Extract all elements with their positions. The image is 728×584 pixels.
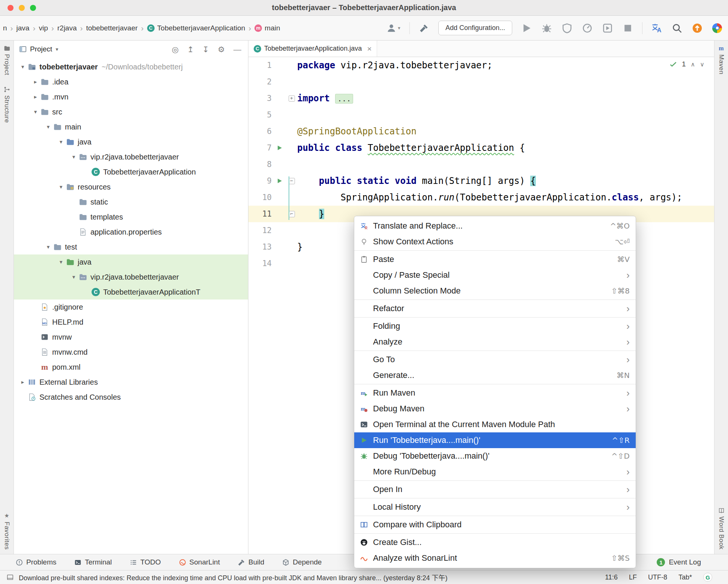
code-line-1[interactable]: 1package vip.r2java.tobebetterjavaer; bbox=[248, 57, 714, 74]
breadcrumb-item-vip[interactable]: vip bbox=[39, 24, 48, 32]
update-icon[interactable] bbox=[692, 23, 702, 33]
close-tab-icon[interactable]: × bbox=[367, 44, 372, 53]
menu-item-open-terminal-at-the-current-maven-module-path[interactable]: Open Terminal at the Current Maven Modul… bbox=[354, 417, 636, 432]
tree-item-mvn[interactable]: ▸.mvn bbox=[14, 89, 248, 104]
breadcrumb-item-main[interactable]: mmain bbox=[254, 24, 280, 32]
indent-widget[interactable]: Tab* bbox=[678, 573, 692, 581]
tool-window-button-terminal[interactable]: Terminal bbox=[74, 558, 112, 566]
run-with-coverage-button[interactable] bbox=[602, 23, 613, 33]
tree-item-tobebetterjavaerapplication[interactable]: CTobebetterjavaerApplication bbox=[14, 164, 248, 179]
tree-item-gitignore[interactable]: .gitignore bbox=[14, 300, 248, 315]
tree-item-main[interactable]: ▾main bbox=[14, 119, 248, 134]
menu-item-create-gist[interactable]: Create Gist... bbox=[354, 534, 636, 550]
event-log-button[interactable]: 1 Event Log bbox=[657, 558, 701, 566]
tree-item-src[interactable]: ▾src bbox=[14, 104, 248, 119]
chevron-down-icon[interactable]: ▾ bbox=[69, 154, 79, 160]
menu-item-column-selection-mode[interactable]: Column Selection Mode⇧⌘8 bbox=[354, 283, 636, 299]
tree-item-help-md[interactable]: MDHELP.md bbox=[14, 315, 248, 330]
menu-item-debug-maven[interactable]: mDebug Maven› bbox=[354, 401, 636, 417]
tree-item-java[interactable]: ▾java bbox=[14, 254, 248, 269]
chevron-right-icon[interactable]: ▸ bbox=[30, 78, 41, 85]
debug-button[interactable] bbox=[541, 23, 552, 33]
run-button[interactable] bbox=[521, 23, 532, 33]
chevron-down-icon[interactable]: ▾ bbox=[56, 184, 66, 190]
chevron-down-icon[interactable]: ▾ bbox=[56, 259, 66, 265]
chevron-down-icon[interactable]: ▾ bbox=[43, 244, 53, 250]
chevron-down-icon[interactable]: ▾ bbox=[56, 138, 66, 145]
build-hammer-icon[interactable] bbox=[419, 23, 429, 33]
menu-item-translate-and-replace[interactable]: RTranslate and Replace...^⌘O bbox=[354, 218, 636, 234]
code-line-3[interactable]: 3+import ... bbox=[248, 90, 714, 107]
tree-item-idea[interactable]: ▸.idea bbox=[14, 74, 248, 89]
zoom-window-button[interactable] bbox=[30, 5, 36, 11]
fold-collapse-icon[interactable]: − bbox=[289, 178, 295, 184]
tree-item-test[interactable]: ▾test bbox=[14, 239, 248, 254]
status-message[interactable]: Download pre-built shared indexes: Reduc… bbox=[19, 572, 600, 582]
tree-item-tobebetterjavaer[interactable]: ▾tobebetterjavaer~/Downloads/tobebetterj bbox=[14, 59, 248, 74]
stop-button[interactable] bbox=[623, 23, 633, 33]
menu-item-local-history[interactable]: Local History› bbox=[354, 499, 636, 515]
tree-item-vip-r2java-tobebetterjavaer[interactable]: ▾vip.r2java.tobebetterjavaer bbox=[14, 149, 248, 164]
code-line-2[interactable]: 2 bbox=[248, 74, 714, 90]
menu-item-compare-with-clipboard[interactable]: Compare with Clipboard bbox=[354, 517, 636, 533]
code-line-8[interactable]: 8 bbox=[248, 156, 714, 173]
menu-item-refactor[interactable]: Refactor› bbox=[354, 301, 636, 316]
tree-item-resources[interactable]: ▾resources bbox=[14, 179, 248, 194]
tree-item-mvnw[interactable]: mvnw bbox=[14, 330, 248, 345]
tree-item-vip-r2java-tobebetterjavaer[interactable]: ▾vip.r2java.tobebetterjavaer bbox=[14, 269, 248, 284]
menu-item-paste[interactable]: Paste⌘V bbox=[354, 251, 636, 267]
user-account-button[interactable]: ▾ bbox=[386, 23, 400, 33]
menu-item-run-maven[interactable]: mRun Maven› bbox=[354, 385, 636, 401]
search-icon[interactable] bbox=[672, 23, 682, 33]
menu-item-more-run-debug[interactable]: More Run/Debug› bbox=[354, 464, 636, 480]
tool-window-button-favorites[interactable]: ★Favorites bbox=[3, 512, 11, 549]
chevron-right-icon[interactable]: ▸ bbox=[18, 379, 28, 385]
close-window-button[interactable] bbox=[8, 5, 14, 11]
tool-window-button-maven[interactable]: mMaven bbox=[717, 45, 725, 75]
breadcrumb-item-java[interactable]: java bbox=[17, 24, 30, 32]
breadcrumb-item-n[interactable]: n bbox=[3, 24, 7, 32]
run-line-icon[interactable] bbox=[277, 178, 283, 184]
expand-all-icon[interactable]: ↥ bbox=[187, 45, 194, 53]
tool-window-button-problems[interactable]: Problems bbox=[16, 558, 56, 566]
menu-item-show-context-actions[interactable]: Show Context Actions⌥⏎ bbox=[354, 234, 636, 250]
browser-icon[interactable] bbox=[712, 23, 722, 33]
tree-item-application-properties[interactable]: application.properties bbox=[14, 224, 248, 239]
project-panel-title[interactable]: Project bbox=[30, 45, 52, 53]
menu-item-folding[interactable]: Folding› bbox=[354, 318, 636, 334]
tool-window-button-depende[interactable]: Depende bbox=[282, 558, 322, 566]
code-line-6[interactable]: 6@SpringBootApplication bbox=[248, 123, 714, 140]
line-separator-widget[interactable]: LF bbox=[629, 573, 637, 581]
next-problem-icon[interactable]: ∨ bbox=[700, 61, 704, 68]
tool-window-button-sonarlint[interactable]: SonarLint bbox=[179, 558, 220, 566]
hide-icon[interactable]: — bbox=[233, 45, 241, 53]
editor-tab[interactable]: C TobebetterjavaerApplication.java × bbox=[248, 41, 377, 57]
menu-item-go-to[interactable]: Go To› bbox=[354, 352, 636, 367]
tree-item-java[interactable]: ▾java bbox=[14, 134, 248, 149]
chevron-down-icon[interactable]: ▾ bbox=[69, 274, 79, 280]
breadcrumb-item-r2java[interactable]: r2java bbox=[57, 24, 77, 32]
code-line-10[interactable]: 10 SpringApplication.run(Tobebetterjavae… bbox=[248, 189, 714, 206]
tool-window-button-build[interactable]: Build bbox=[238, 558, 264, 566]
fold-expand-icon[interactable]: + bbox=[289, 95, 295, 102]
menu-item-run-tobebetterjava-main[interactable]: Run 'Tobebetterjava....main()'^⇧R bbox=[354, 432, 636, 448]
tool-window-button-todo[interactable]: TODO bbox=[130, 558, 161, 566]
encoding-widget[interactable]: UTF-8 bbox=[648, 573, 667, 581]
tool-window-button-project[interactable]: Project bbox=[3, 45, 11, 75]
menu-item-copy-paste-special[interactable]: Copy / Paste Special› bbox=[354, 267, 636, 283]
tree-item-mvnw-cmd[interactable]: mvnw.cmd bbox=[14, 345, 248, 360]
coverage-button[interactable] bbox=[562, 23, 572, 33]
locate-icon[interactable]: ◎ bbox=[172, 45, 179, 53]
tree-item-templates[interactable]: templates bbox=[14, 209, 248, 224]
tool-window-button-structure[interactable]: Structure bbox=[3, 86, 11, 123]
tree-item-pom-xml[interactable]: mpom.xml bbox=[14, 360, 248, 375]
run-line-icon[interactable] bbox=[277, 145, 283, 151]
code-line-5[interactable]: 5 bbox=[248, 107, 714, 123]
code-line-9[interactable]: 9− public static void main(String[] args… bbox=[248, 173, 714, 189]
code-line-7[interactable]: 7public class TobebetterjavaerApplicatio… bbox=[248, 140, 714, 156]
collapse-all-icon[interactable]: ↧ bbox=[203, 45, 209, 53]
menu-item-debug-tobebetterjava-main[interactable]: Debug 'Tobebetterjava....main()'^⇧D bbox=[354, 448, 636, 464]
breadcrumb-item-tobebetterjavaer[interactable]: tobebetterjavaer bbox=[86, 24, 137, 32]
fold-end-icon[interactable]: ⌐ bbox=[289, 211, 295, 217]
tree-item-scratches-and-consoles[interactable]: Scratches and Consoles bbox=[14, 390, 248, 405]
